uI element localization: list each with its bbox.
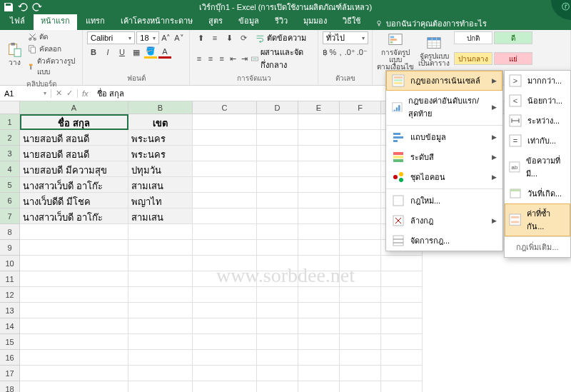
cell[interactable] (20, 350, 128, 366)
cell[interactable] (128, 303, 193, 318)
format-table-button[interactable]: จัดรูปแบบ เป็นตาราง (417, 31, 451, 71)
cell[interactable] (20, 287, 128, 303)
cell[interactable] (193, 240, 257, 256)
cell[interactable] (298, 366, 340, 381)
row-header[interactable]: 16 (0, 350, 20, 366)
cell[interactable] (20, 271, 128, 287)
cell[interactable] (298, 114, 340, 130)
name-box[interactable]: A1▾ (0, 89, 51, 98)
cell[interactable] (298, 256, 340, 271)
cell[interactable] (128, 381, 193, 392)
column-header-B[interactable]: B (128, 101, 193, 114)
style-bad[interactable]: แย่ (494, 52, 532, 65)
fill-color-icon[interactable]: 🪣 (144, 46, 157, 59)
cell[interactable] (298, 287, 340, 303)
font-size-combo[interactable]: 18▾ (136, 31, 158, 44)
cell[interactable] (298, 130, 340, 146)
cell[interactable]: นางสาวเว็บดี อาโก๊ะ (20, 208, 128, 224)
row-header[interactable]: 8 (0, 224, 20, 240)
cell[interactable] (298, 161, 340, 177)
comma-icon[interactable]: , (338, 46, 343, 59)
cell[interactable] (340, 271, 381, 287)
row-header[interactable]: 11 (0, 271, 20, 287)
cell[interactable] (257, 177, 298, 193)
cell[interactable]: สามเสน (128, 208, 193, 224)
submenu-duplicate-values[interactable]: ค่าที่ซ้ำกัน... (505, 203, 570, 236)
column-header-F[interactable]: F (340, 101, 381, 114)
undo-icon[interactable] (17, 1, 29, 13)
menu-data-bars[interactable]: แถบข้อมูล▶ (386, 127, 502, 147)
redo-icon[interactable] (31, 1, 43, 13)
row-header[interactable]: 3 (0, 146, 20, 161)
menu-clear-rules[interactable]: ล้างกฎ▶ (386, 211, 502, 231)
font-color-icon[interactable]: A (158, 46, 171, 59)
row-header[interactable]: 17 (0, 366, 20, 381)
cut-button[interactable]: ตัด (28, 31, 78, 42)
column-header-E[interactable]: E (298, 101, 340, 114)
cell[interactable] (257, 303, 298, 318)
cell[interactable] (257, 256, 298, 271)
cell[interactable] (298, 271, 340, 287)
row-header[interactable]: 5 (0, 177, 20, 193)
cell[interactable] (193, 381, 257, 392)
cell[interactable] (193, 114, 257, 130)
cell[interactable]: นางสาวเว็บดี อาโก๊ะ (20, 177, 128, 193)
cell[interactable] (257, 366, 298, 381)
fx-icon[interactable]: fx (77, 89, 89, 98)
cell[interactable] (381, 366, 423, 381)
decrease-decimal-icon[interactable]: .0⁻ (357, 46, 368, 59)
cell[interactable] (257, 208, 298, 224)
cell[interactable] (340, 303, 381, 318)
indent-decrease-icon[interactable]: ⇤ (228, 52, 238, 65)
border-icon[interactable]: ▦ (130, 46, 143, 59)
cell[interactable] (193, 287, 257, 303)
cell[interactable] (193, 130, 257, 146)
orientation-icon[interactable]: ⟳ (237, 31, 250, 44)
cell[interactable] (298, 381, 340, 392)
cell[interactable] (340, 350, 381, 366)
align-bottom-icon[interactable]: ⬇ (223, 31, 236, 44)
menu-manage-rules[interactable]: จัดการกฎ... (386, 231, 502, 251)
cell[interactable] (340, 381, 381, 392)
cell[interactable] (340, 146, 381, 161)
cell[interactable] (193, 334, 257, 350)
cell[interactable] (257, 224, 298, 240)
cell[interactable] (257, 114, 298, 130)
cell[interactable]: เขต (128, 114, 193, 130)
cell[interactable] (257, 271, 298, 287)
align-top-icon[interactable]: ⬆ (194, 31, 207, 44)
cancel-icon[interactable]: ✕ (56, 89, 62, 98)
cell[interactable] (381, 350, 423, 366)
style-neutral[interactable]: ปานกลาง (454, 52, 492, 65)
increase-decimal-icon[interactable]: .0⁺ (345, 46, 355, 59)
cell[interactable]: พระนคร (128, 130, 193, 146)
underline-icon[interactable]: U (116, 46, 128, 59)
cell[interactable] (340, 114, 381, 130)
menu-icon-sets[interactable]: ชุดไอคอน▶ (386, 167, 502, 187)
align-center-icon[interactable]: ≡ (206, 52, 216, 65)
cell[interactable] (193, 146, 257, 161)
cell[interactable] (298, 318, 340, 334)
cell[interactable] (128, 366, 193, 381)
align-middle-icon[interactable]: ≡ (208, 31, 221, 44)
cell[interactable]: นางเว็บดีดี มีโชค (20, 193, 128, 208)
currency-icon[interactable]: ฿ (323, 46, 328, 59)
cell[interactable] (381, 256, 423, 271)
cell[interactable] (298, 303, 340, 318)
cell[interactable] (193, 350, 257, 366)
cell[interactable] (257, 381, 298, 392)
row-header[interactable]: 10 (0, 256, 20, 271)
cell[interactable]: นายสอบดี มีความสุข (20, 161, 128, 177)
cell[interactable] (257, 287, 298, 303)
cell[interactable] (193, 193, 257, 208)
cell[interactable] (257, 146, 298, 161)
cell[interactable] (20, 366, 128, 381)
number-format-combo[interactable]: ทั่วไป▾ (323, 31, 368, 44)
italic-icon[interactable]: I (101, 46, 114, 59)
submenu-greater-than[interactable]: >มากกว่า... (505, 71, 570, 91)
enter-icon[interactable]: ✓ (66, 89, 73, 98)
cell[interactable] (381, 271, 423, 287)
wrap-text-button[interactable]: ตัดข้อความ (256, 31, 306, 44)
menu-highlight-rules[interactable]: กฎของการเน้นเซลล์▶ (386, 71, 502, 91)
cell[interactable] (298, 350, 340, 366)
